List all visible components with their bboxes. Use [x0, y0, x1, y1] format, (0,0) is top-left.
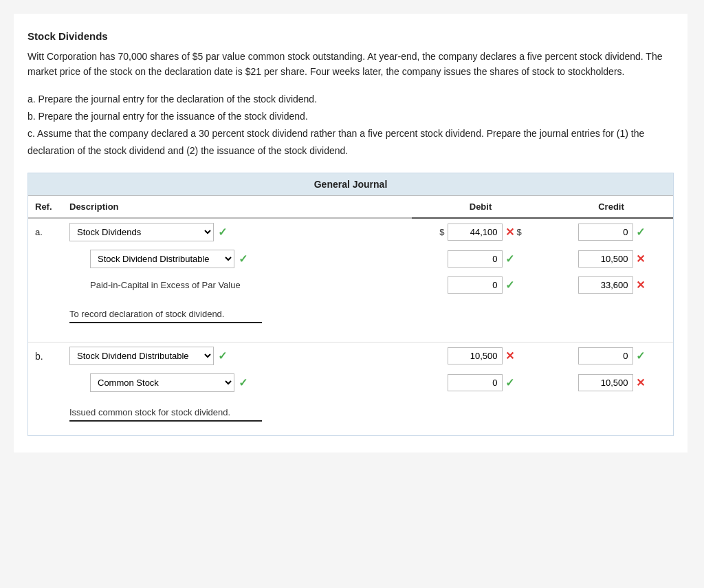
journal-title: General Journal [28, 173, 673, 195]
desc-check-icon-b1: ✓ [218, 349, 227, 362]
table-row: Paid-in-Capital in Excess of Par Value ✓… [28, 272, 673, 298]
debit-cell-a3: ✓ [412, 272, 549, 298]
debit-cross-icon-a1: ✕ [505, 226, 514, 239]
question-b: b. Prepare the journal entry for the iss… [28, 108, 674, 125]
debit-check-icon-a2: ✓ [505, 252, 514, 265]
question-a: a. Prepare the journal entry for the dec… [28, 91, 674, 108]
credit-cross-icon-a3: ✕ [636, 279, 645, 292]
desc-check-icon-a1: ✓ [218, 226, 227, 239]
ref-a: a. [28, 218, 63, 246]
memo-cell-b: Issued common stock for stock dividend. [63, 396, 673, 427]
desc-cell-a1: Stock Dividends ✓ [63, 218, 412, 246]
col-header-credit: Credit [549, 195, 673, 218]
questions-block: a. Prepare the journal entry for the dec… [28, 91, 674, 160]
spacer [28, 329, 673, 342]
spacer-row-bottom [28, 427, 673, 435]
debit-cell-a2: ✓ [412, 246, 549, 272]
col-header-ref: Ref. [28, 195, 63, 218]
col-header-debit: Debit [412, 195, 549, 218]
debit-input-a1[interactable] [448, 224, 503, 241]
debit-cell-a1: $ ✕ $ [412, 218, 549, 246]
debit-cross-icon-b1: ✕ [505, 349, 514, 362]
credit-check-icon-b1: ✓ [636, 349, 645, 362]
table-row: To record declaration of stock dividend. [28, 298, 673, 329]
debit-cell-b2: ✓ [412, 369, 549, 396]
table-row: b. Stock Dividend Distributable ✓ ✕ [28, 342, 673, 370]
page-title: Stock Dividends [28, 30, 674, 42]
description-text-a3: Paid-in-Capital in Excess of Par Value [90, 277, 241, 293]
credit-input-b2[interactable] [578, 374, 633, 391]
journal-wrapper: General Journal Ref. Description Debit C… [28, 173, 674, 437]
desc-cell-a3: Paid-in-Capital in Excess of Par Value [63, 272, 412, 298]
journal-table: Ref. Description Debit Credit a. Stock D… [28, 195, 673, 436]
credit-input-a2[interactable] [578, 250, 633, 268]
memo-text-b: Issued common stock for stock dividend. [69, 404, 262, 422]
debit-check-icon-b2: ✓ [505, 376, 514, 389]
main-container: Stock Dividends Witt Corporation has 70,… [14, 14, 688, 453]
ref-empty-memo-b [28, 396, 63, 427]
table-row: Stock Dividend Distributable ✓ ✓ [28, 246, 673, 272]
memo-cell-a: To record declaration of stock dividend. [63, 298, 673, 329]
ref-empty-memo-a [28, 298, 63, 329]
debit-check-icon-a3: ✓ [505, 279, 514, 292]
debit-input-b2[interactable] [448, 374, 503, 391]
desc-cell-b2: Common Stock ✓ [63, 369, 412, 396]
description-text: Witt Corporation has 70,000 shares of $5… [28, 49, 674, 80]
desc-cell-a2: Stock Dividend Distributable ✓ [63, 246, 412, 272]
credit-cell-a3: ✕ [549, 272, 673, 298]
debit-cell-b1: ✕ [412, 342, 549, 370]
col-header-description: Description [63, 195, 412, 218]
credit-cell-b2: ✕ [549, 369, 673, 396]
spacer-bottom [28, 427, 673, 435]
ref-empty-a2 [28, 246, 63, 272]
table-row: Common Stock ✓ ✓ [28, 369, 673, 396]
table-row: a. Stock Dividends ✓ $ ✕ [28, 218, 673, 246]
credit-cell-a2: ✕ [549, 246, 673, 272]
spacer-row [28, 329, 673, 342]
credit-cell-a1: ✓ [549, 218, 673, 246]
memo-text-a: To record declaration of stock dividend. [69, 306, 262, 323]
credit-input-a3[interactable] [578, 276, 633, 294]
debit-input-a3[interactable] [448, 276, 503, 294]
dollar-sign-credit-label-a1: $ [517, 227, 522, 237]
credit-cross-icon-b2: ✕ [636, 376, 645, 389]
ref-empty-a3 [28, 272, 63, 298]
description-select-b2[interactable]: Common Stock [90, 373, 234, 392]
description-select-a2[interactable]: Stock Dividend Distributable [90, 250, 234, 268]
table-row: Issued common stock for stock dividend. [28, 396, 673, 427]
dollar-sign-debit-a1: $ [439, 227, 444, 237]
desc-check-icon-b2: ✓ [239, 376, 248, 389]
credit-check-icon-a1: ✓ [636, 226, 645, 239]
ref-empty-b2 [28, 369, 63, 396]
credit-input-a1[interactable] [578, 224, 633, 241]
description-select-a1[interactable]: Stock Dividends [69, 223, 214, 241]
desc-check-icon-a2: ✓ [239, 252, 248, 265]
question-c: c. Assume that the company declared a 30… [28, 125, 674, 160]
debit-input-b1[interactable] [448, 347, 503, 364]
description-content: Witt Corporation has 70,000 shares of $5… [28, 51, 662, 77]
desc-cell-b1: Stock Dividend Distributable ✓ [63, 342, 412, 370]
credit-cross-icon-a2: ✕ [636, 252, 645, 265]
ref-b: b. [28, 342, 63, 370]
debit-input-a2[interactable] [448, 250, 503, 268]
credit-cell-b1: ✓ [549, 342, 673, 370]
description-select-b1[interactable]: Stock Dividend Distributable [69, 347, 214, 365]
credit-input-b1[interactable] [578, 347, 633, 364]
